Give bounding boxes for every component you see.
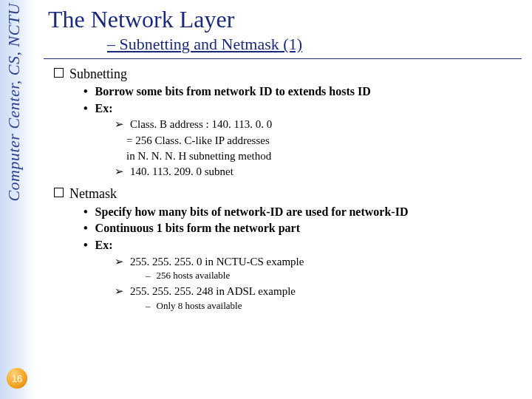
slide-subtitle: – Subnetting and Netmask (1) — [107, 35, 525, 54]
title-divider — [44, 58, 522, 59]
section-netmask: Netmask — [54, 185, 525, 202]
bullet-dot-icon: • — [83, 102, 88, 115]
page-number: 16 — [12, 373, 22, 384]
sub-bullet-continuation: = 256 Class. C-like IP addresses — [126, 133, 525, 148]
dash-icon: – — [146, 270, 151, 281]
bullet-item: •Ex: — [83, 237, 525, 253]
bullet-item: •Specify how many bits of network-ID are… — [83, 204, 525, 220]
hollow-square-icon — [54, 188, 64, 197]
triangle-icon: ➢ — [115, 166, 124, 177]
bullet-text: Ex: — [95, 102, 113, 115]
section-subnetting: Subnetting — [54, 65, 525, 83]
sub-sub-bullet-item: –Only 8 hosts available — [146, 299, 525, 313]
bullet-dot-icon: • — [83, 239, 88, 251]
sub-bullet-text: Class. B address : 140. 113. 0. 0 — [130, 118, 272, 130]
sub-bullet-text: 255. 255. 255. 0 in NCTU-CS example — [130, 256, 304, 267]
sub-sub-bullet-text: Only 8 hosts available — [157, 300, 242, 311]
dash-icon: – — [146, 300, 151, 311]
hollow-square-icon — [54, 68, 64, 78]
bullet-text: Ex: — [95, 239, 113, 251]
sub-bullet-item: ➢Class. B address : 140. 113. 0. 0 — [115, 117, 525, 132]
triangle-icon: ➢ — [115, 285, 124, 297]
bullet-item: •Borrow some bits from network ID to ext… — [83, 83, 525, 100]
sub-bullet-continuation: in N. N. N. H subnetting method — [126, 149, 525, 163]
sidebar: Computer Center, CS, NCTU — [0, 0, 33, 399]
slide-body: Subnetting •Borrow some bits from networ… — [41, 65, 525, 312]
sub-bullet-item: ➢255. 255. 255. 0 in NCTU-CS example — [115, 254, 525, 269]
sub-bullet-item: ➢255. 255. 255. 248 in ADSL example — [115, 284, 525, 299]
bullet-dot-icon: • — [83, 205, 88, 218]
bullet-text: Borrow some bits from network ID to exte… — [95, 85, 371, 98]
bullet-text: Continuous 1 bits form the network part — [95, 222, 300, 234]
sub-bullet-text: 140. 113. 209. 0 subnet — [130, 166, 233, 177]
sub-bullet-item: ➢140. 113. 209. 0 subnet — [115, 164, 525, 179]
sidebar-label: Computer Center, CS, NCTU — [4, 3, 24, 202]
bullet-item: •Continuous 1 bits form the network part — [83, 220, 525, 236]
sub-sub-bullet-item: –256 hosts available — [146, 269, 525, 282]
bullet-item: •Ex: — [83, 100, 525, 117]
bullet-dot-icon: • — [83, 222, 88, 234]
page-number-badge: 16 — [7, 368, 27, 389]
triangle-icon: ➢ — [115, 118, 124, 130]
slide: Computer Center, CS, NCTU 16 The Network… — [0, 0, 532, 399]
bullet-dot-icon: • — [83, 85, 88, 98]
content-area: The Network Layer – Subnetting and Netma… — [41, 6, 525, 312]
slide-title: The Network Layer — [48, 6, 525, 33]
bullet-text: Specify how many bits of network-ID are … — [95, 205, 409, 218]
sub-bullet-text: 255. 255. 255. 248 in ADSL example — [130, 285, 296, 297]
section-heading: Netmask — [69, 186, 117, 201]
sub-sub-bullet-text: 256 hosts available — [157, 270, 231, 281]
section-heading: Subnetting — [69, 66, 127, 81]
triangle-icon: ➢ — [115, 256, 124, 267]
